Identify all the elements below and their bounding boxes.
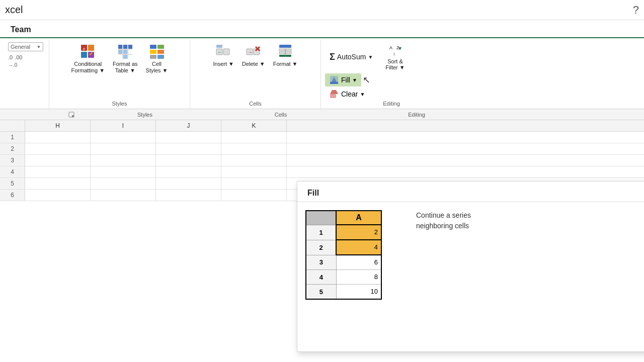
cell[interactable]: [221, 190, 287, 201]
cell-styles-button[interactable]: CellStyles ▼: [142, 41, 172, 76]
cell[interactable]: [25, 166, 91, 177]
preview-row-num: 2: [306, 240, 336, 255]
row-number: 5: [0, 178, 25, 189]
cell[interactable]: [156, 155, 221, 166]
delete-button[interactable]: → Delete ▼: [238, 41, 269, 70]
title-bar: xcel ?: [0, 0, 644, 20]
format-button[interactable]: Format ▼: [270, 41, 301, 70]
cell[interactable]: [25, 178, 91, 189]
cell[interactable]: [156, 132, 221, 143]
cell[interactable]: [91, 143, 156, 154]
delete-label: Delete ▼: [242, 61, 265, 67]
tooltip-description: Continue a seriesneighboring cells: [416, 210, 471, 231]
format-icon: [277, 44, 293, 60]
cell[interactable]: [91, 190, 156, 201]
cell[interactable]: [221, 143, 287, 154]
cell-styles-label: CellStyles ▼: [146, 61, 168, 74]
cell[interactable]: [91, 155, 156, 166]
svg-text:≠: ≠: [83, 47, 86, 51]
row-number: 3: [0, 155, 25, 166]
svg-rect-19: [157, 50, 164, 54]
fill-button[interactable]: Fill ▼ ↖: [325, 73, 361, 86]
svg-rect-20: [150, 55, 156, 59]
cell[interactable]: [221, 155, 287, 166]
svg-rect-23: [223, 49, 229, 55]
cell[interactable]: [221, 166, 287, 177]
cell[interactable]: [91, 166, 156, 177]
conditional-formatting-button[interactable]: ≠ ConditionalFormatting ▼: [68, 41, 109, 76]
cells-group: ← Insert ▼ → Delete ▼: [190, 40, 321, 109]
tab-team[interactable]: Team: [0, 22, 42, 37]
cell[interactable]: [25, 143, 91, 154]
cell[interactable]: [91, 132, 156, 143]
tooltip-desc-text: Continue a seriesneighboring cells: [416, 211, 471, 230]
clear-button[interactable]: Clear ▼: [325, 87, 369, 101]
svg-rect-9: [128, 45, 132, 49]
preview-row-num: 4: [306, 270, 336, 285]
svg-marker-44: [330, 90, 338, 94]
clear-icon: [329, 89, 339, 99]
tooltip-title: Fill: [297, 182, 644, 202]
format-as-table-label: Format asTable ▼: [113, 61, 138, 74]
autosum-button[interactable]: Σ AutoSum ▼: [325, 49, 377, 65]
svg-rect-17: [157, 45, 164, 49]
table-row[interactable]: 1: [0, 132, 644, 143]
table-row[interactable]: 2: [0, 143, 644, 155]
col-header-K[interactable]: K: [221, 120, 287, 131]
preview-cell: 4: [336, 240, 381, 255]
sort-filter-icon: A Z ↕: [388, 43, 403, 57]
table-row[interactable]: 3: [0, 155, 644, 166]
num-decimal-label: .0: [8, 54, 13, 60]
number-format-controls: .0 .00: [8, 54, 22, 60]
fill-arrow-icon: ▼: [352, 77, 357, 83]
cell[interactable]: [221, 178, 287, 189]
svg-rect-15: [128, 55, 132, 59]
cell[interactable]: [156, 143, 221, 154]
svg-rect-10: [118, 50, 122, 54]
styles-group-label: Styles: [112, 101, 127, 108]
cell[interactable]: [156, 178, 221, 189]
help-icon[interactable]: ?: [633, 4, 639, 17]
col-header-J[interactable]: J: [156, 120, 221, 131]
conditional-formatting-icon: ≠: [80, 44, 96, 60]
tooltip-preview: A 12243648510: [305, 210, 406, 300]
cell[interactable]: [25, 132, 91, 143]
cell[interactable]: [25, 190, 91, 201]
autosum-label: AutoSum: [337, 53, 366, 61]
row-number-header: [0, 120, 25, 131]
cell[interactable]: [91, 178, 156, 189]
cell-styles-icon: [149, 44, 165, 60]
cell[interactable]: [221, 132, 287, 143]
preview-row-col: [306, 211, 336, 225]
cell[interactable]: [25, 155, 91, 166]
insert-button[interactable]: ← Insert ▼: [210, 41, 237, 70]
preview-row-num: 3: [306, 255, 336, 270]
svg-rect-25: [216, 45, 222, 48]
dropdown-value: General: [11, 44, 30, 50]
col-header-I[interactable]: I: [91, 120, 156, 131]
svg-rect-1: [88, 45, 94, 51]
fill-label: Fill: [341, 76, 350, 84]
ribbon: General ▼ .0 .00 →.0: [0, 38, 644, 109]
editing-group: Σ AutoSum ▼ A Z ↕ Sort &Filter ▼: [321, 40, 462, 109]
svg-rect-14: [123, 55, 127, 59]
sort-filter-button[interactable]: A Z ↕ Sort &Filter ▼: [381, 41, 409, 72]
col-header-H[interactable]: H: [25, 120, 91, 131]
tab-bar: Team: [0, 20, 644, 38]
tooltip-body: A 12243648510 Continue a seriesneighbori…: [297, 202, 644, 308]
ribbon-labels-row: Styles Cells Editing: [0, 109, 644, 120]
svg-rect-2: [81, 52, 87, 58]
app-title: xcel: [5, 4, 23, 16]
cell[interactable]: [156, 190, 221, 201]
svg-rect-18: [150, 50, 156, 54]
number-format-dropdown[interactable]: General ▼: [8, 42, 43, 51]
preview-cell: 2: [336, 225, 381, 240]
svg-rect-11: [123, 50, 127, 54]
table-row[interactable]: 4: [0, 166, 644, 178]
format-label: Format ▼: [273, 61, 298, 67]
format-as-table-button[interactable]: Format asTable ▼: [109, 41, 141, 76]
styles-section-label: Styles: [74, 112, 215, 118]
cell[interactable]: [156, 166, 221, 177]
dialog-launcher[interactable]: [49, 112, 74, 118]
svg-rect-12: [128, 50, 132, 54]
